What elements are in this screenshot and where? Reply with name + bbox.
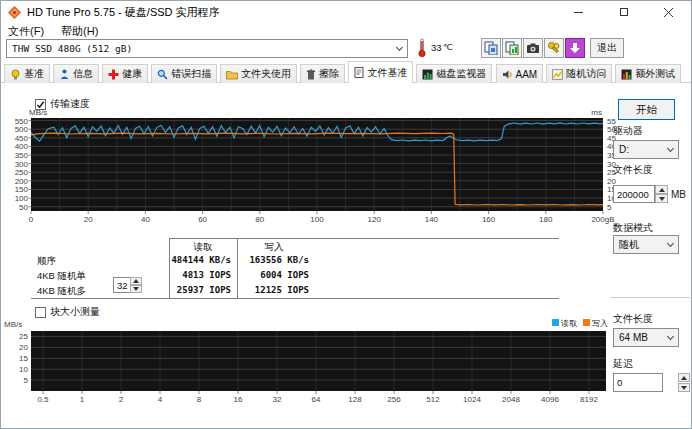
x-axis-tick-label: 512	[426, 395, 440, 404]
file-benchmark-page: 传输速度 55050045040035030025020015010050555…	[1, 83, 691, 428]
spin-down-button[interactable]	[678, 383, 690, 392]
file-length-value: 200000	[617, 189, 649, 200]
close-icon	[664, 8, 673, 17]
x-axis-tick-label: 4	[158, 395, 163, 404]
chevron-down-icon	[667, 145, 674, 152]
start-button[interactable]: 开始	[618, 99, 675, 120]
data-mode-value: 随机	[619, 238, 639, 252]
screenshot-button[interactable]	[523, 38, 543, 58]
download-arrow-icon	[569, 42, 581, 54]
maximize-button[interactable]	[601, 1, 646, 23]
y-axis-tick-label: 5	[24, 376, 29, 385]
x-axis-tick-label: 128	[348, 395, 362, 404]
x-axis-tick-label: 8192	[580, 395, 598, 404]
menu-help[interactable]: 帮助(H)	[54, 23, 105, 40]
tab-label: 文件基准	[367, 66, 407, 80]
spin-up-button[interactable]	[655, 185, 668, 194]
tab-aam[interactable]: AAM	[496, 64, 544, 83]
copy-button[interactable]	[481, 38, 501, 58]
tab-file-benchmark[interactable]: 文件基准	[348, 61, 413, 83]
x-axis-tick-label: 0.5	[37, 395, 49, 404]
tab-extra-tests[interactable]: 额外测试	[615, 64, 681, 83]
extra-tests-icon	[621, 69, 632, 80]
delay-input[interactable]: 0	[613, 373, 663, 392]
minimize-button[interactable]	[556, 1, 601, 23]
chevron-down-icon	[396, 44, 403, 51]
update-button[interactable]	[565, 38, 585, 58]
health-icon	[108, 69, 119, 80]
spin-up-button[interactable]	[130, 277, 142, 285]
aam-icon	[502, 69, 513, 80]
file-benchmark-icon	[354, 67, 364, 78]
legend-read-label: 读取	[561, 319, 577, 328]
menubar: 文件(F) 帮助(H)	[1, 23, 691, 38]
tab-folder-usage[interactable]: 文件夹使用	[220, 64, 297, 83]
camera-icon	[526, 41, 540, 55]
temperature-unit: ℃	[443, 42, 453, 52]
thermometer-icon	[415, 38, 429, 58]
benchmark-icon	[10, 69, 21, 80]
y-axis-tick-label: 50	[19, 203, 28, 212]
checkbox-unchecked-icon	[35, 307, 46, 318]
app-icon	[8, 6, 21, 19]
x-axis-tick-label: 0	[29, 215, 34, 224]
row-label-4k-multi: 4KB 随机多	[37, 285, 86, 298]
tab-label: 基准	[24, 67, 44, 81]
up-arrow-icon	[133, 279, 139, 283]
drive-select[interactable]: THW SSD 480G (512 gB)	[6, 39, 408, 58]
file-length-stepper	[655, 185, 668, 203]
rnd-single-write-value: 6004 IOPS	[239, 270, 309, 280]
x-axis-tick-label: 80	[255, 215, 264, 224]
rnd-multi-read-value: 25937 IOPS	[167, 285, 231, 295]
spin-down-button[interactable]	[130, 285, 142, 293]
tab-health[interactable]: 健康	[102, 64, 148, 83]
temperature-value: 33	[431, 42, 442, 53]
tab-error-scan[interactable]: 错误扫描	[151, 64, 217, 83]
error-scan-icon	[157, 69, 168, 80]
delay-stepper	[678, 373, 690, 392]
drive-combo[interactable]: D:	[613, 140, 679, 159]
x-axis-tick-label: 140	[425, 215, 439, 224]
block-size-chart: 0.51248163264128256512102420484096819251…	[1, 317, 653, 421]
data-mode-combo[interactable]: 随机	[613, 235, 679, 254]
tab-random-access[interactable]: 随机访问	[546, 64, 612, 83]
exit-button[interactable]: 退出	[590, 38, 624, 58]
copy-image-button[interactable]	[502, 38, 522, 58]
file-length-label: 文件长度	[613, 163, 653, 177]
file-length-input[interactable]: 200000	[613, 185, 655, 203]
spin-down-button[interactable]	[655, 194, 668, 203]
x-axis-tick-label: 64	[312, 395, 321, 404]
menu-file[interactable]: 文件(F)	[1, 23, 51, 40]
x-axis-tick-label: 160	[482, 215, 496, 224]
y-axis-tick-label: 25	[19, 332, 28, 341]
delay-label: 延迟	[613, 357, 633, 371]
queue-depth-input[interactable]: 32	[113, 277, 130, 293]
erase-icon	[306, 69, 316, 80]
x-axis-tick-label: 180	[539, 215, 553, 224]
tab-benchmark[interactable]: 基准	[4, 64, 50, 83]
table-top-line	[169, 238, 559, 239]
options-button[interactable]	[544, 38, 564, 58]
up-arrow-icon	[659, 188, 665, 192]
close-button[interactable]	[646, 1, 691, 23]
queue-depth-stepper	[130, 277, 142, 293]
down-arrow-icon	[133, 287, 139, 291]
spin-up-button[interactable]	[678, 373, 690, 382]
queue-depth-value: 32	[117, 280, 128, 291]
y2-axis-tick-label: 5	[607, 203, 612, 212]
x-axis-tick-label: 200gB	[591, 215, 614, 224]
file-length2-label: 文件长度	[613, 312, 653, 326]
tab-label: 健康	[122, 67, 142, 81]
tab-label: 擦除	[319, 67, 339, 81]
tab-erase[interactable]: 擦除	[300, 64, 345, 83]
disk-monitor-icon	[422, 69, 433, 80]
row-label-sequential: 顺序	[37, 255, 56, 268]
drive-select-value: THW SSD 480G (512 gB)	[12, 43, 132, 54]
x-axis-tick-label: 8	[197, 395, 202, 404]
tab-disk-monitor[interactable]: 磁盘监视器	[416, 64, 492, 83]
drive-label: 驱动器	[613, 124, 643, 138]
axis-unit-right: ms	[591, 108, 602, 117]
file-length2-combo[interactable]: 64 MB	[613, 328, 679, 347]
transfer-speed-chart: 5505004504003503002502001501005055504540…	[1, 107, 653, 233]
tab-info[interactable]: 信息	[53, 64, 99, 83]
